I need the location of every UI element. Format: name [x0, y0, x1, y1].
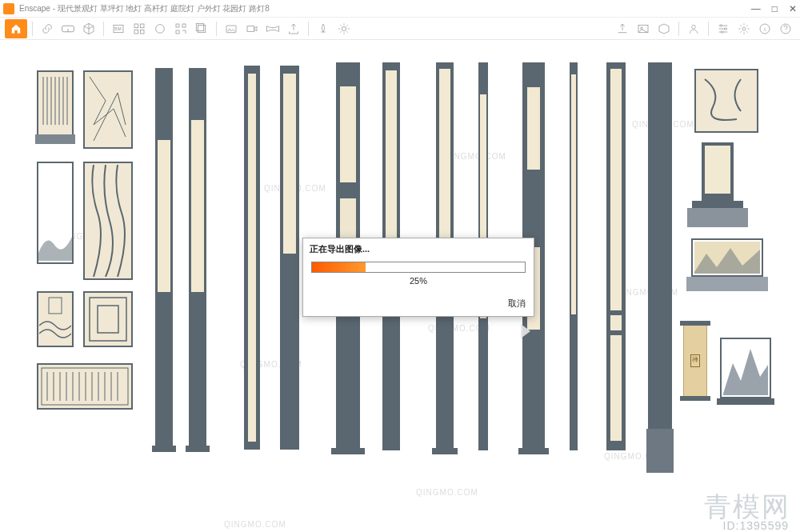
- link-icon[interactable]: [38, 20, 57, 38]
- batch-icon[interactable]: [192, 20, 211, 38]
- watermark-id: ID:1395599: [723, 519, 789, 532]
- svg-point-19: [720, 24, 722, 26]
- cube-icon[interactable]: [79, 20, 98, 38]
- svg-rect-26: [42, 368, 128, 405]
- svg-rect-12: [196, 23, 203, 30]
- help-icon[interactable]: [776, 20, 795, 38]
- visual-settings-icon[interactable]: [714, 20, 733, 38]
- mono-icon[interactable]: [150, 20, 170, 38]
- bim-icon[interactable]: BIM: [109, 20, 128, 38]
- svg-rect-11: [198, 25, 205, 32]
- qr-icon[interactable]: [171, 20, 190, 38]
- window-titlebar: Enscape - 现代景观灯 草坪灯 地灯 高杆灯 庭院灯 户外灯 花园灯 路…: [0, 0, 800, 18]
- sun-icon[interactable]: [334, 20, 354, 38]
- svg-point-22: [742, 27, 746, 30]
- toolbar-separator: [678, 22, 679, 36]
- toolbar-separator: [216, 22, 217, 36]
- lamp-box: [694, 69, 758, 133]
- svg-rect-5: [134, 30, 138, 34]
- window-minimize-button[interactable]: —: [751, 3, 761, 14]
- play-indicator-icon: [521, 324, 530, 338]
- app-name: Enscape: [19, 4, 50, 13]
- svg-rect-6: [140, 30, 144, 34]
- toolbar-separator: [32, 22, 33, 36]
- export-icon[interactable]: [284, 20, 303, 38]
- window-maximize-button[interactable]: □: [772, 3, 778, 14]
- svg-rect-10: [176, 30, 179, 34]
- export-progress-dialog: 正在导出图像... 25% 取消: [302, 238, 534, 317]
- info-icon[interactable]: [755, 20, 774, 38]
- toolbar-separator: [103, 22, 104, 36]
- lamp-panel: [83, 291, 133, 347]
- box-icon[interactable]: [654, 20, 674, 38]
- manage-views-icon[interactable]: [130, 20, 149, 38]
- progress-bar-fill: [312, 262, 366, 272]
- lamp-panel: [37, 70, 74, 136]
- screenshot-icon[interactable]: [222, 20, 241, 38]
- svg-point-18: [692, 25, 696, 29]
- progress-bar: [311, 262, 526, 273]
- home-button[interactable]: [5, 19, 27, 38]
- svg-rect-25: [49, 298, 62, 314]
- user-icon[interactable]: [684, 20, 703, 38]
- cancel-button[interactable]: 取消: [508, 298, 526, 308]
- svg-point-7: [156, 24, 165, 33]
- svg-rect-3: [134, 24, 138, 28]
- dialog-title: 正在导出图像...: [303, 238, 534, 258]
- lamp-panel: [83, 70, 133, 149]
- lamp-panel: [37, 162, 74, 264]
- watermark-text: QINGMO.COM: [416, 488, 478, 497]
- lamp-panel: [37, 363, 133, 410]
- svg-rect-9: [182, 24, 186, 27]
- lamp-panel: [83, 162, 133, 280]
- svg-point-15: [342, 26, 346, 30]
- watermark-text: QINGMO.COM: [224, 520, 286, 529]
- toolbar-separator: [308, 22, 309, 36]
- title-separator: -: [50, 4, 58, 13]
- upload-icon[interactable]: [613, 20, 632, 38]
- watermark-logo: 青模网: [704, 489, 790, 526]
- svg-rect-8: [176, 24, 179, 27]
- goggles-icon[interactable]: [58, 20, 78, 38]
- svg-point-20: [724, 27, 726, 30]
- lamp-character: 禅: [690, 354, 700, 367]
- svg-point-21: [721, 30, 723, 33]
- asset-library-icon[interactable]: [314, 20, 333, 38]
- lamp-base: [35, 134, 75, 144]
- window-close-button[interactable]: ✕: [789, 3, 797, 14]
- progress-percent-label: 25%: [311, 276, 526, 286]
- lamp-panel: [37, 291, 74, 347]
- main-toolbar: BIM: [0, 18, 800, 40]
- svg-text:BIM: BIM: [114, 27, 121, 31]
- video-icon[interactable]: [242, 20, 262, 38]
- settings-icon[interactable]: [734, 20, 754, 38]
- panorama-icon[interactable]: [263, 20, 282, 38]
- app-icon: [3, 3, 14, 14]
- toolbar-separator: [708, 22, 709, 36]
- render-viewport[interactable]: QINGMO.COM QINGMO.COM QINGMO.COM QINGMO.…: [0, 40, 800, 532]
- svg-rect-14: [247, 26, 254, 31]
- picture-icon[interactable]: [634, 20, 653, 38]
- svg-rect-4: [140, 24, 144, 28]
- document-title: 现代景观灯 草坪灯 地灯 高杆灯 庭院灯 户外灯 花园灯 路灯8: [58, 3, 270, 14]
